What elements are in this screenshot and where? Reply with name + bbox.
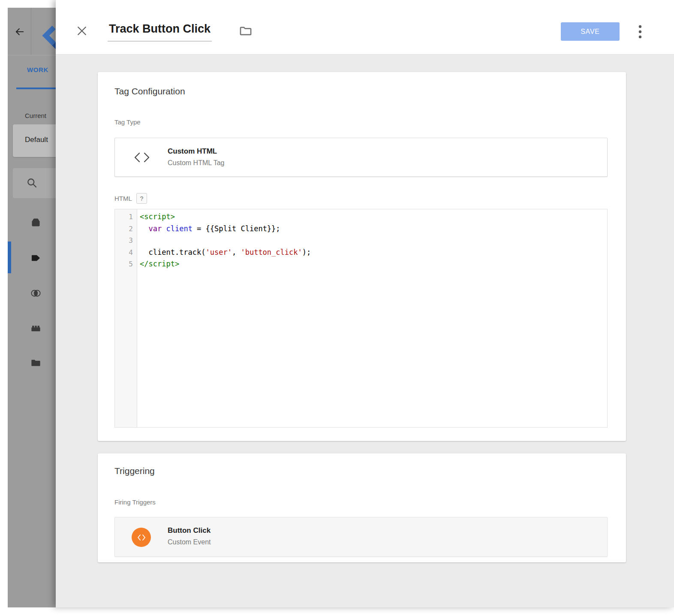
topbar-bottom-divider <box>8 55 56 55</box>
workspace-tab-underline <box>16 88 56 89</box>
overlay-header: Track Button Click SAVE <box>56 0 674 54</box>
trigger-name: Button Click <box>168 526 211 535</box>
tag-type-label: Tag Type <box>114 118 141 126</box>
gtm-logo-icon <box>38 22 56 52</box>
active-nav-indicator <box>8 242 11 273</box>
back-arrow-icon <box>14 26 26 38</box>
current-workspace-label: Current <box>25 112 46 119</box>
variables-icon <box>30 323 42 334</box>
triggering-title: Triggering <box>114 466 155 476</box>
tag-configuration-card: Tag Configuration Tag Type Custom HTML C… <box>98 72 626 441</box>
topbar-divider <box>31 8 31 55</box>
editor-line-numbers: 12345 <box>115 209 137 427</box>
overview-icon <box>30 217 42 228</box>
firing-triggers-label: Firing Triggers <box>114 498 156 506</box>
tag-type-description: Custom HTML Tag <box>168 159 224 167</box>
trigger-type: Custom Event <box>168 538 211 546</box>
editor-code: <script> var client = {{Split Client}}; … <box>137 209 607 427</box>
html-code-editor[interactable]: 12345 <script> var client = {{Split Clie… <box>114 209 608 428</box>
tag-editor-overlay: Track Button Click SAVE Tag Configuratio… <box>56 0 674 607</box>
html-field-label-row: HTML ? <box>114 193 147 204</box>
more-options-icon[interactable] <box>635 23 645 40</box>
workspace-tab-label: WORK <box>27 66 48 73</box>
tags-icon <box>30 252 42 264</box>
tag-type-selector[interactable]: Custom HTML Custom HTML Tag <box>114 138 608 177</box>
triggering-card: Triggering Firing Triggers Button Click … <box>98 453 626 562</box>
triggers-icon <box>30 287 42 299</box>
close-icon[interactable] <box>75 24 88 37</box>
folders-icon <box>30 357 42 369</box>
save-button[interactable]: SAVE <box>561 22 620 41</box>
workspace-card: Default <box>13 124 56 157</box>
custom-html-icon <box>133 150 150 165</box>
tag-type-name: Custom HTML <box>168 147 217 156</box>
workspace-name: Default <box>25 136 48 144</box>
search-icon <box>26 177 38 189</box>
help-icon[interactable]: ? <box>136 193 147 204</box>
tag-title-field[interactable]: Track Button Click <box>108 22 212 42</box>
trigger-row[interactable]: Button Click Custom Event <box>114 517 608 557</box>
folder-icon[interactable] <box>238 24 253 39</box>
tag-configuration-title: Tag Configuration <box>114 86 185 97</box>
search-field <box>13 168 56 198</box>
custom-event-icon <box>132 528 151 547</box>
html-label: HTML <box>114 195 132 202</box>
dimmed-background-page: WORK Current Default <box>8 8 56 607</box>
